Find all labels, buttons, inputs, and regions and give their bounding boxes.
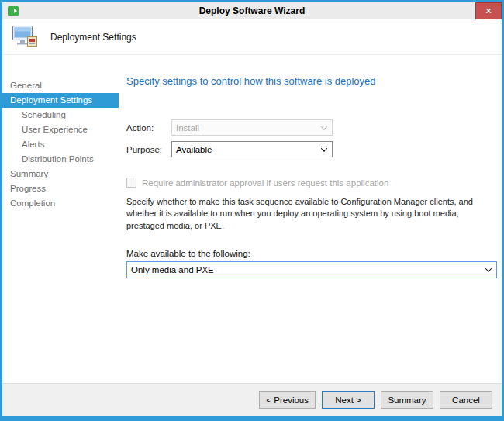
sidebar-item-user-experience[interactable]: User Experience — [2, 123, 119, 137]
summary-button[interactable]: Summary — [381, 391, 433, 409]
purpose-value: Available — [176, 145, 212, 154]
content-heading: Specify settings to control how this sof… — [126, 75, 497, 87]
chevron-down-icon — [321, 123, 327, 129]
sidebar-item-alerts[interactable]: Alerts — [2, 137, 119, 152]
action-label: Action: — [126, 123, 171, 133]
sidebar-item-scheduling[interactable]: Scheduling — [2, 108, 119, 123]
wizard-body: General Deployment Settings Scheduling U… — [2, 55, 502, 383]
wizard-content: Specify settings to control how this sof… — [119, 55, 504, 383]
action-dropdown: Install — [171, 119, 333, 136]
chevron-down-icon — [485, 266, 492, 272]
sidebar-item-progress[interactable]: Progress — [2, 181, 119, 196]
wizard-header: Deployment Settings — [2, 19, 502, 55]
purpose-row: Purpose: Available — [126, 141, 497, 157]
sidebar-item-general[interactable]: General — [2, 78, 119, 93]
deploy-wizard-icon — [7, 5, 19, 17]
titlebar: Deploy Software Wizard ✕ — [2, 2, 502, 19]
make-available-label: Make available to the following: — [126, 249, 497, 258]
wizard-steps-sidebar: General Deployment Settings Scheduling U… — [2, 55, 119, 383]
previous-button[interactable]: < Previous — [259, 391, 316, 409]
window-title: Deploy Software Wizard — [2, 5, 502, 16]
sidebar-item-completion[interactable]: Completion — [2, 196, 119, 211]
close-icon: ✕ — [485, 6, 492, 16]
chevron-down-icon — [321, 145, 327, 151]
make-available-value: Only media and PXE — [131, 265, 214, 274]
purpose-dropdown[interactable]: Available — [171, 141, 333, 157]
description-text: Specify whether to make this task sequen… — [126, 196, 497, 232]
next-button[interactable]: Next > — [322, 391, 375, 409]
purpose-label: Purpose: — [126, 145, 171, 154]
approval-checkbox-row: Require administrator approval if users … — [126, 178, 497, 188]
make-available-dropdown[interactable]: Only media and PXE — [126, 261, 497, 278]
approval-checkbox-label: Require administrator approval if users … — [142, 178, 388, 188]
wizard-footer: < Previous Next > Summary Cancel — [2, 383, 502, 416]
sidebar-item-distribution-points[interactable]: Distribution Points — [2, 152, 119, 167]
sidebar-item-deployment-settings[interactable]: Deployment Settings — [2, 93, 119, 108]
action-value: Install — [176, 123, 199, 133]
page-title: Deployment Settings — [50, 32, 136, 43]
software-computer-icon — [12, 25, 38, 50]
approval-checkbox — [126, 178, 136, 188]
deploy-software-wizard-window: Deploy Software Wizard ✕ Deployment Sett… — [0, 0, 504, 421]
action-row: Action: Install — [126, 119, 497, 136]
close-button[interactable]: ✕ — [475, 2, 502, 19]
sidebar-item-summary[interactable]: Summary — [2, 167, 119, 181]
cancel-button[interactable]: Cancel — [440, 391, 492, 409]
